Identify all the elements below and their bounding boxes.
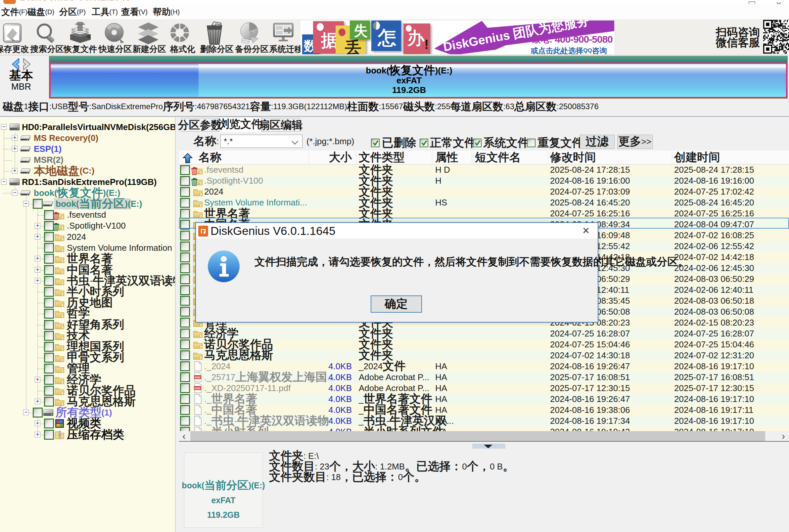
- svg-text:PDF: PDF: [194, 376, 201, 379]
- svg-text:PDF: PDF: [194, 387, 201, 390]
